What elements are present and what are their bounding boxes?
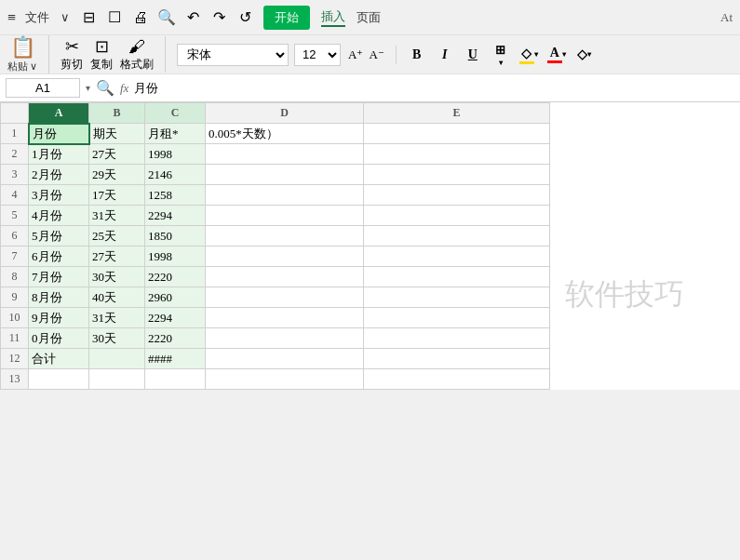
cell-r9-c[interactable]: 2960	[145, 287, 206, 308]
cell-r3-c[interactable]: 2146	[145, 165, 206, 185]
cell-r10-b[interactable]: 31天	[89, 308, 145, 328]
cell-r11-c[interactable]: 2220	[145, 328, 206, 349]
cell-r5-e[interactable]	[364, 206, 550, 226]
cell-r7-d[interactable]	[206, 247, 364, 267]
cell-r13-b[interactable]	[89, 369, 145, 390]
cell-r1-c[interactable]: 月租*	[145, 124, 206, 144]
cell-r1-a[interactable]: 月份	[29, 124, 89, 144]
file-menu[interactable]: 文件	[25, 9, 49, 26]
format-brush-button[interactable]: 🖌 格式刷	[120, 37, 154, 73]
kaishi-button[interactable]: 开始	[263, 6, 310, 30]
cell-r8-c[interactable]: 2220	[145, 267, 206, 287]
print-icon[interactable]: 🖨	[128, 5, 154, 31]
font-size-up[interactable]: A⁺	[346, 47, 365, 62]
copy-button[interactable]: ⊡ 复制	[90, 36, 113, 73]
cell-r5-c[interactable]: 2294	[145, 206, 206, 226]
cell-r4-e[interactable]	[364, 185, 550, 206]
paste-arrow[interactable]: ∨	[30, 60, 37, 73]
cell-r11-e[interactable]	[364, 328, 550, 349]
font-color-button[interactable]: A ▾	[545, 44, 568, 66]
cell-r8-d[interactable]	[206, 267, 364, 287]
cell-r4-b[interactable]: 17天	[89, 185, 145, 206]
cell-r6-a[interactable]: 5月份	[29, 226, 89, 247]
cell-r12-a[interactable]: 合计	[29, 349, 89, 369]
cell-r9-e[interactable]	[364, 287, 550, 308]
cell-r5-b[interactable]: 31天	[89, 206, 145, 226]
formula-bar-dropdown[interactable]: ▾	[86, 83, 90, 93]
cell-r5-a[interactable]: 4月份	[29, 206, 89, 226]
italic-button[interactable]: I	[434, 44, 456, 66]
cell-r4-d[interactable]	[206, 185, 364, 206]
col-header-a[interactable]: A	[29, 103, 89, 124]
paste-icon[interactable]: 📋	[10, 35, 35, 60]
search-formula-icon[interactable]: 🔍	[96, 79, 114, 97]
fill-color-button[interactable]: ◇ ▾	[518, 44, 540, 66]
cell-r6-d[interactable]	[206, 226, 364, 247]
cell-r3-b[interactable]: 29天	[89, 165, 145, 185]
bold-button[interactable]: B	[406, 44, 428, 66]
cut-button[interactable]: ✂ 剪切	[61, 36, 83, 73]
cell-r7-b[interactable]: 27天	[89, 247, 145, 267]
cell-r12-e[interactable]	[364, 349, 550, 369]
cell-r11-b[interactable]: 30天	[89, 328, 145, 349]
insert-menu[interactable]: 插入	[321, 8, 345, 27]
file-arrow-icon[interactable]: ∨	[61, 10, 70, 25]
undo-icon[interactable]: ↶	[180, 5, 206, 31]
cell-r1-d[interactable]: 0.005*天数）	[206, 124, 364, 144]
cell-r4-c[interactable]: 1258	[145, 185, 206, 206]
save-icon[interactable]: ⊟	[75, 5, 101, 31]
redo-icon[interactable]: ↷	[206, 5, 232, 31]
cell-r2-a[interactable]: 1月份	[29, 144, 89, 165]
cell-r4-a[interactable]: 3月份	[29, 185, 89, 206]
border-button[interactable]: ⊞ ▾	[490, 44, 512, 66]
cell-r8-e[interactable]	[364, 267, 550, 287]
cell-r1-b[interactable]: 期天	[89, 124, 145, 144]
fill-arrow[interactable]: ▾	[534, 50, 538, 59]
cell-r9-d[interactable]	[206, 287, 364, 308]
cell-reference-input[interactable]	[6, 78, 80, 98]
cell-r10-d[interactable]	[206, 308, 364, 328]
cell-r10-e[interactable]	[364, 308, 550, 328]
extra-icon[interactable]: ↺	[232, 5, 258, 31]
cell-r3-d[interactable]	[206, 165, 364, 185]
menu-icon[interactable]: ≡	[7, 9, 16, 26]
underline-button[interactable]: U	[462, 44, 484, 66]
cell-r6-c[interactable]: 1850	[145, 226, 206, 247]
cell-r13-a[interactable]	[29, 369, 89, 390]
cell-r3-e[interactable]	[364, 165, 550, 185]
cell-r10-a[interactable]: 9月份	[29, 308, 89, 328]
formula-input[interactable]	[134, 81, 734, 96]
font-size-down[interactable]: A⁻	[367, 47, 385, 62]
cell-r7-a[interactable]: 6月份	[29, 247, 89, 267]
cell-r8-b[interactable]: 30天	[89, 267, 145, 287]
cell-r11-a[interactable]: 0月份	[29, 328, 89, 349]
cell-r9-a[interactable]: 8月份	[29, 287, 89, 308]
font-name-select[interactable]: 宋体	[177, 44, 289, 66]
col-header-c[interactable]: C	[145, 103, 206, 124]
cell-r9-b[interactable]: 40天	[89, 287, 145, 308]
cell-r2-b[interactable]: 27天	[89, 144, 145, 165]
col-header-b[interactable]: B	[89, 103, 145, 124]
col-header-e[interactable]: E	[364, 103, 550, 124]
cell-r10-c[interactable]: 2294	[145, 308, 206, 328]
page-menu[interactable]: 页面	[357, 9, 381, 26]
cell-r7-c[interactable]: 1998	[145, 247, 206, 267]
cell-r12-c[interactable]: ####	[145, 349, 206, 369]
cell-r13-c[interactable]	[145, 369, 206, 390]
eraser-button[interactable]: ◇ ▾	[573, 44, 596, 66]
font-color-arrow[interactable]: ▾	[562, 50, 566, 59]
paste-label[interactable]: 粘贴	[7, 60, 28, 73]
cell-r5-d[interactable]	[206, 206, 364, 226]
col-header-d[interactable]: D	[206, 103, 364, 124]
cell-r2-c[interactable]: 1998	[145, 144, 206, 165]
font-size-select[interactable]: 12	[294, 44, 341, 66]
cell-r13-d[interactable]	[206, 369, 364, 390]
cell-r12-d[interactable]	[206, 349, 364, 369]
cell-r3-a[interactable]: 2月份	[29, 165, 89, 185]
cell-r8-a[interactable]: 7月份	[29, 267, 89, 287]
cell-r6-b[interactable]: 25天	[89, 226, 145, 247]
cell-r2-d[interactable]	[206, 144, 364, 165]
print-preview-icon[interactable]: ☐	[101, 5, 128, 31]
cell-r11-d[interactable]	[206, 328, 364, 349]
cell-r2-e[interactable]	[364, 144, 550, 165]
